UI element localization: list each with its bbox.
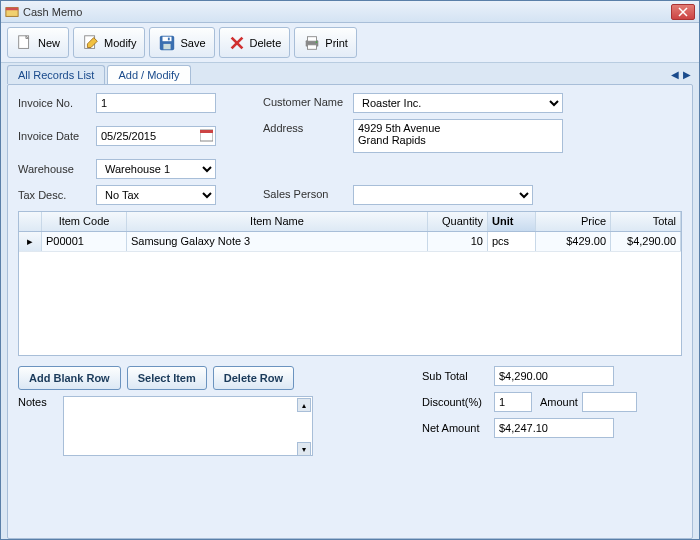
grid-actions: Add Blank Row Select Item Delete Row (18, 366, 313, 390)
invoice-date-label: Invoice Date (18, 130, 96, 142)
delete-row-button[interactable]: Delete Row (213, 366, 294, 390)
grid-header-item-code[interactable]: Item Code (42, 212, 127, 231)
add-blank-row-button[interactable]: Add Blank Row (18, 366, 121, 390)
tab-nav-prev[interactable]: ◀ (669, 69, 681, 80)
customer-name-label: Customer Name (263, 93, 353, 108)
scroll-up-icon[interactable]: ▴ (297, 398, 311, 412)
net-amount-label: Net Amount (422, 422, 494, 434)
delete-button[interactable]: Delete (219, 27, 291, 58)
delete-label: Delete (250, 37, 282, 49)
print-label: Print (325, 37, 348, 49)
grid-header-item-name[interactable]: Item Name (127, 212, 428, 231)
grid-header-total[interactable]: Total (611, 212, 681, 231)
subtotal-label: Sub Total (422, 370, 494, 382)
grid-header: Item Code Item Name Quantity Unit Price … (19, 212, 681, 232)
svg-rect-9 (308, 36, 317, 41)
svg-point-11 (316, 41, 318, 43)
notes-label: Notes (18, 396, 63, 458)
modify-label: Modify (104, 37, 136, 49)
cell-price[interactable]: $429.00 (536, 232, 611, 251)
svg-rect-6 (164, 43, 171, 48)
grid-body: ▸ P00001 Samsung Galaxy Note 3 10 pcs $4… (19, 232, 681, 355)
grid-row[interactable]: ▸ P00001 Samsung Galaxy Note 3 10 pcs $4… (19, 232, 681, 252)
svg-rect-5 (163, 36, 172, 41)
sales-person-select[interactable] (353, 185, 533, 205)
discount-pct-input[interactable] (494, 392, 532, 412)
grid-header-selector[interactable] (19, 212, 42, 231)
invoice-no-label: Invoice No. (18, 97, 96, 109)
svg-rect-7 (168, 37, 170, 40)
calendar-icon[interactable] (200, 129, 213, 142)
discount-amount-input[interactable] (582, 392, 637, 412)
address-label: Address (263, 119, 353, 134)
app-icon (5, 5, 19, 19)
discount-pct-label: Discount(%) (422, 396, 494, 408)
invoice-date-input[interactable] (96, 126, 216, 146)
warehouse-label: Warehouse (18, 163, 96, 175)
cell-unit[interactable]: pcs (488, 232, 536, 251)
tab-all-records[interactable]: All Records List (7, 65, 105, 84)
tabs: All Records List Add / Modify ◀ ▶ (1, 63, 699, 84)
tax-desc-label: Tax Desc. (18, 189, 96, 201)
svg-rect-10 (308, 44, 317, 49)
tax-desc-select[interactable]: No Tax (96, 185, 216, 205)
cash-memo-window: Cash Memo New Modify Save Delete Print A… (0, 0, 700, 540)
svg-rect-1 (6, 7, 18, 10)
cell-total[interactable]: $4,290.00 (611, 232, 681, 251)
warehouse-select[interactable]: Warehouse 1 (96, 159, 216, 179)
form-panel: Invoice No. Customer Name Roaster Inc. I… (7, 84, 693, 539)
new-button[interactable]: New (7, 27, 69, 58)
cell-item-name[interactable]: Samsung Galaxy Note 3 (127, 232, 428, 251)
net-amount-input[interactable] (494, 418, 614, 438)
print-button[interactable]: Print (294, 27, 357, 58)
grid-header-unit[interactable]: Unit (488, 212, 536, 231)
amount-label: Amount (540, 396, 578, 408)
notes-textarea[interactable] (63, 396, 313, 456)
save-button[interactable]: Save (149, 27, 214, 58)
modify-button[interactable]: Modify (73, 27, 145, 58)
sales-person-label: Sales Person (263, 185, 353, 200)
subtotal-input[interactable] (494, 366, 614, 386)
grid-header-quantity[interactable]: Quantity (428, 212, 488, 231)
invoice-no-input[interactable] (96, 93, 216, 113)
svg-rect-13 (200, 130, 213, 133)
cell-item-code[interactable]: P00001 (42, 232, 127, 251)
save-label: Save (180, 37, 205, 49)
items-grid: Item Code Item Name Quantity Unit Price … (18, 211, 682, 356)
scroll-down-icon[interactable]: ▾ (297, 442, 311, 456)
row-selector-icon[interactable]: ▸ (19, 232, 42, 251)
address-textarea[interactable] (353, 119, 563, 153)
window-title: Cash Memo (23, 6, 671, 18)
toolbar: New Modify Save Delete Print (1, 23, 699, 63)
new-label: New (38, 37, 60, 49)
tab-nav-next[interactable]: ▶ (681, 69, 693, 80)
tab-add-modify[interactable]: Add / Modify (107, 65, 190, 84)
select-item-button[interactable]: Select Item (127, 366, 207, 390)
cell-quantity[interactable]: 10 (428, 232, 488, 251)
titlebar: Cash Memo (1, 1, 699, 23)
close-button[interactable] (671, 4, 695, 20)
customer-name-select[interactable]: Roaster Inc. (353, 93, 563, 113)
grid-header-price[interactable]: Price (536, 212, 611, 231)
